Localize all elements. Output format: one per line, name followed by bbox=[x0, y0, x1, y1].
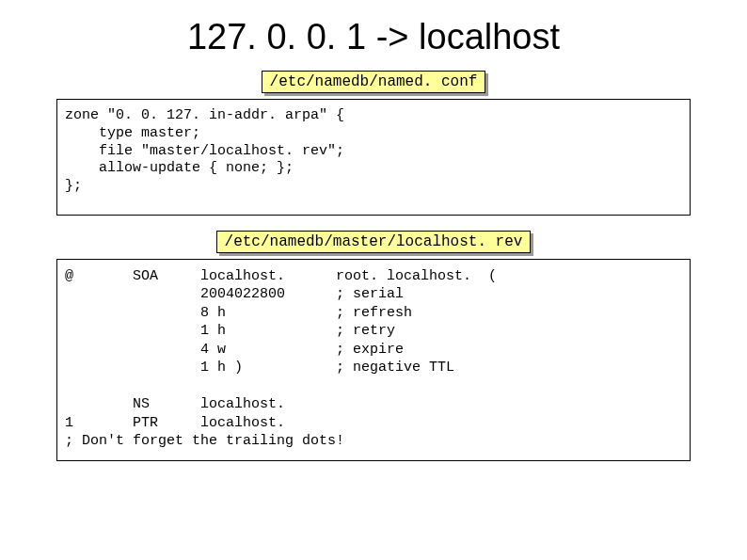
file-label-1-wrap: /etc/namedb/named. conf bbox=[0, 71, 747, 93]
code-block-localhost-rev: @ SOA localhost. root. localhost. ( 2004… bbox=[56, 259, 691, 461]
file-label-2: /etc/namedb/master/localhost. rev bbox=[216, 231, 532, 253]
file-label-2-wrap: /etc/namedb/master/localhost. rev bbox=[0, 231, 747, 253]
code-block-named-conf: zone "0. 0. 127. in-addr. arpa" { type m… bbox=[56, 99, 691, 216]
file-label-1: /etc/namedb/named. conf bbox=[262, 71, 486, 93]
slide: { "title": "127. 0. 0. 1 -> localhost", … bbox=[0, 17, 747, 560]
page-title: 127. 0. 0. 1 -> localhost bbox=[0, 17, 747, 57]
